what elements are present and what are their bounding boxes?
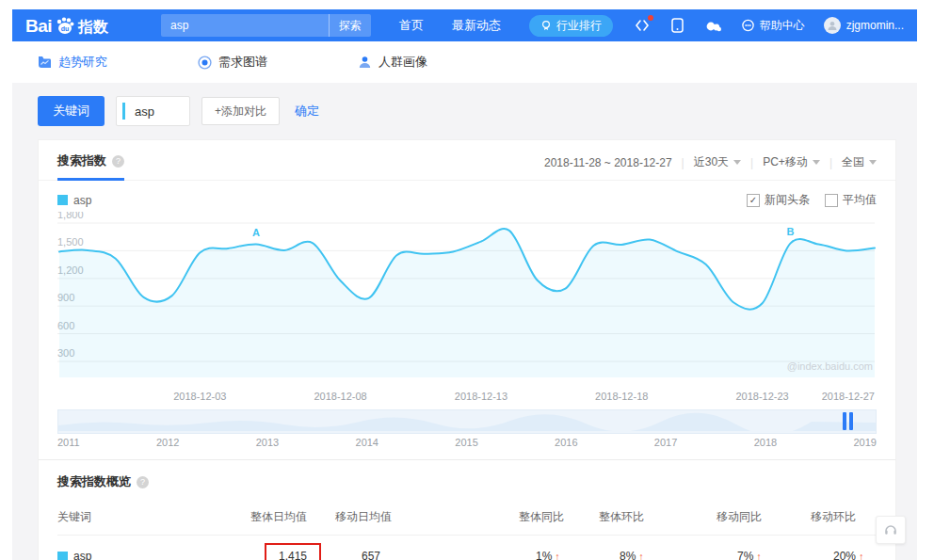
overall-yoy-cell: 1%↑ <box>519 550 599 560</box>
timeline-year: 2019 <box>853 437 876 448</box>
highlight-red-box: 1,415 <box>265 543 321 560</box>
separator: | <box>829 156 832 169</box>
up-arrow-icon: ↑ <box>555 551 560 560</box>
header-search-button[interactable]: 探索 <box>329 14 371 37</box>
chart-checkboxes: 新闻头条 平均值 <box>747 192 877 208</box>
nav-home-link[interactable]: 首页 <box>399 17 424 34</box>
industry-ranking-label: 行业排行 <box>556 18 602 34</box>
chevron-down-icon <box>869 160 877 165</box>
timeline-year: 2013 <box>256 437 279 448</box>
panel-title: 搜索指数 <box>57 152 106 169</box>
floating-support-button[interactable] <box>876 516 906 544</box>
series-legend[interactable]: asp <box>57 194 91 207</box>
overall-mom-value: 8% <box>620 550 636 560</box>
mobile-app-icon[interactable] <box>669 17 686 34</box>
api-code-icon[interactable] <box>634 17 651 34</box>
time-range-value: 近30天 <box>694 154 729 170</box>
timeline-year-labels: 201120122013201420152016201720182019 <box>57 437 877 448</box>
region-select[interactable]: 全国 <box>842 154 877 170</box>
legend-label: asp <box>73 194 91 207</box>
panel-header: 搜索指数 2018-11-28 ~ 2018-12-27 | 近30天 | PC… <box>39 140 895 181</box>
device-value: PC+移动 <box>763 154 808 170</box>
keyword-query-bar: 关键词 +添加对比 确定 <box>38 95 917 127</box>
timeline-sparkline <box>58 410 876 431</box>
medal-icon <box>540 20 552 31</box>
average-checkbox-label: 平均值 <box>843 192 877 208</box>
chevron-down-icon <box>813 160 820 165</box>
table-row: asp 1,415 657 1%↑ 8%↑ <box>57 536 877 560</box>
logo-text-bai: Bai <box>25 17 52 36</box>
industry-ranking-pill[interactable]: 行业排行 <box>529 15 613 37</box>
average-checkbox[interactable]: 平均值 <box>825 192 877 208</box>
legend-row: asp 新闻头条 平均值 <box>39 181 895 210</box>
svg-text:1,800: 1,800 <box>57 212 84 220</box>
region-value: 全国 <box>842 154 864 170</box>
timeline-handle-right[interactable] <box>849 412 853 430</box>
tab-demand-label: 需求图谱 <box>218 54 267 71</box>
tab-trend-research[interactable]: 趋势研究 <box>38 54 107 71</box>
device-select[interactable]: PC+移动 <box>763 154 820 170</box>
keyword-type-button[interactable]: 关键词 <box>38 96 105 126</box>
baidu-index-logo[interactable]: Bai du 指数 <box>25 15 108 36</box>
header-search-input[interactable] <box>161 14 329 37</box>
help-icon[interactable] <box>112 155 124 168</box>
overview-table: 关键词整体日均值移动日均值整体同比整体环比移动同比移动环比 asp 1,415 … <box>57 502 877 560</box>
confirm-link[interactable]: 确定 <box>295 103 319 120</box>
logo-text-suffix: 指数 <box>78 18 108 36</box>
svg-text:2018-12-03: 2018-12-03 <box>173 391 226 402</box>
person-icon <box>358 56 372 69</box>
svg-text:A: A <box>252 227 260 238</box>
mobile-mom-cell: 20%↑ <box>811 550 877 560</box>
svg-text:B: B <box>786 226 794 237</box>
baidu-paw-icon: du <box>55 15 75 36</box>
help-center-link[interactable]: 帮助中心 <box>741 18 805 34</box>
svg-text:2018-12-13: 2018-12-13 <box>455 391 507 402</box>
help-icon[interactable] <box>137 476 149 488</box>
headset-icon <box>883 522 898 537</box>
nav-news-link[interactable]: 最新动态 <box>452 17 501 34</box>
tab-crowd-label: 人群画像 <box>378 54 427 71</box>
tab-crowd-portrait[interactable]: 人群画像 <box>358 54 427 71</box>
notification-dot <box>648 15 653 21</box>
separator: | <box>750 156 753 169</box>
add-compare-button[interactable]: +添加对比 <box>201 97 280 125</box>
timeline-slider[interactable] <box>57 409 877 434</box>
svg-text:1,500: 1,500 <box>57 236 84 248</box>
timeline-handle-left[interactable] <box>843 412 846 430</box>
radar-target-icon <box>198 56 212 70</box>
svg-text:2018-12-27: 2018-12-27 <box>822 391 875 402</box>
svg-text:@index.baidu.com: @index.baidu.com <box>787 360 873 372</box>
keyword-input[interactable] <box>125 104 189 119</box>
chevron-down-icon <box>733 160 741 165</box>
user-avatar <box>824 17 841 34</box>
table-header-row: 关键词整体日均值移动日均值整体同比整体环比移动同比移动环比 <box>57 502 877 536</box>
up-arrow-icon: ↑ <box>756 551 762 560</box>
timeline-year: 2016 <box>555 437 577 448</box>
mobile-daily-avg-cell: 657 <box>335 550 519 560</box>
table-header-cell: 整体同比 <box>519 509 599 525</box>
legend-swatch <box>57 195 68 205</box>
tab-demand-graph[interactable]: 需求图谱 <box>198 54 267 71</box>
user-account[interactable]: zjgmomin... <box>824 17 904 34</box>
mobile-yoy-cell: 7%↑ <box>717 550 811 560</box>
table-header-cell: 移动同比 <box>717 509 811 525</box>
table-header-cell: 整体日均值 <box>250 509 335 525</box>
overall-mom-cell: 8%↑ <box>599 550 717 560</box>
svg-text:2018-12-08: 2018-12-08 <box>314 391 366 402</box>
headset-chat-icon <box>741 19 755 32</box>
weather-cloud-icon[interactable] <box>705 17 722 34</box>
keyword-value: asp <box>73 550 91 560</box>
up-arrow-icon: ↑ <box>859 551 864 560</box>
svg-text:du: du <box>61 25 70 32</box>
tab-trend-label: 趋势研究 <box>58 54 107 71</box>
checkbox-unchecked-icon <box>825 194 838 207</box>
trend-chart-icon <box>38 56 52 69</box>
table-header-cell: 移动环比 <box>811 509 877 525</box>
time-range-select[interactable]: 近30天 <box>694 154 741 170</box>
overall-yoy-value: 1% <box>536 550 552 560</box>
news-headline-checkbox[interactable]: 新闻头条 <box>747 192 810 208</box>
news-checkbox-label: 新闻头条 <box>765 192 810 208</box>
timeline-year: 2014 <box>356 437 378 448</box>
page: Bai du 指数 探索 首页 最新动态 <box>12 9 917 560</box>
panel-title-wrap: 搜索指数 <box>57 152 124 181</box>
